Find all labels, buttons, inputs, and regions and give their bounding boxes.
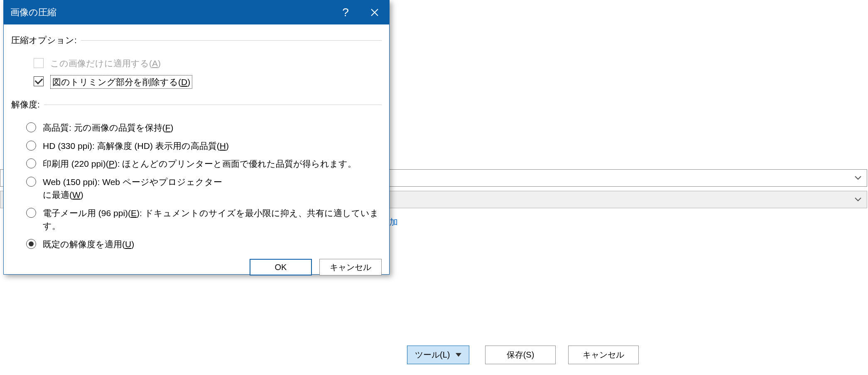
radio-icon bbox=[26, 177, 36, 187]
cancel-button[interactable]: キャンセル bbox=[319, 259, 382, 275]
group-resolution-label: 解像度: bbox=[11, 99, 40, 110]
checkbox-icon bbox=[34, 76, 44, 86]
bg-cancel-button[interactable]: キャンセル bbox=[568, 346, 639, 364]
radio-email-96[interactable]: 電子メール用 (96 ppi)(E): ドキュメントのサイズを最小限に抑え、共有… bbox=[11, 204, 382, 235]
radio-icon bbox=[26, 158, 36, 168]
radio-use-default[interactable]: 既定の解像度を適用(U) bbox=[11, 235, 382, 253]
radio-print-220[interactable]: 印刷用 (220 ppi)(P): ほとんどのプリンターと画面で優れた品質が得ら… bbox=[11, 155, 382, 173]
radio-label: Web (150 ppi): Web ページやプロジェクターに最適(W) bbox=[43, 175, 227, 202]
checkbox-label: 図のトリミング部分を削除する(D) bbox=[50, 75, 192, 89]
radio-label: HD (330 ppi): 高解像度 (HD) 表示用の高品質(H) bbox=[43, 139, 229, 153]
tools-dropdown-button[interactable]: ツール(L) bbox=[407, 346, 469, 364]
radio-icon bbox=[26, 122, 36, 132]
save-button[interactable]: 保存(S) bbox=[485, 346, 556, 364]
triangle-down-icon bbox=[456, 353, 461, 357]
close-button[interactable] bbox=[360, 0, 389, 24]
chevron-down-icon bbox=[854, 197, 862, 202]
radio-label: 高品質: 元の画像の品質を保持(F) bbox=[43, 121, 174, 134]
radio-web-150[interactable]: Web (150 ppi): Web ページやプロジェクターに最適(W) bbox=[11, 173, 227, 204]
radio-label: 既定の解像度を適用(U) bbox=[43, 238, 134, 251]
checkbox-delete-cropped[interactable]: 図のトリミング部分を削除する(D) bbox=[11, 73, 382, 92]
radio-icon bbox=[26, 208, 36, 218]
ok-button[interactable]: OK bbox=[250, 259, 312, 275]
radio-icon bbox=[26, 239, 36, 249]
tools-label: ツール(L) bbox=[415, 349, 450, 360]
chevron-down-icon bbox=[854, 175, 862, 180]
radio-hd-330[interactable]: HD (330 ppi): 高解像度 (HD) 表示用の高品質(H) bbox=[11, 137, 382, 155]
checkbox-label: この画像だけに適用する(A) bbox=[50, 57, 161, 70]
dialog-titlebar: 画像の圧縮 ? bbox=[4, 0, 389, 24]
checkbox-apply-only-this: この画像だけに適用する(A) bbox=[11, 54, 382, 73]
group-compress-options: 圧縮オプション: bbox=[11, 34, 382, 46]
help-button[interactable]: ? bbox=[331, 0, 360, 24]
compress-pictures-dialog: 画像の圧縮 ? 圧縮オプション: この画像だけに適用する(A) 図のトリミング部… bbox=[3, 0, 390, 275]
radio-label: 印刷用 (220 ppi)(P): ほとんどのプリンターと画面で優れた品質が得ら… bbox=[43, 157, 356, 170]
group-compress-label: 圧縮オプション: bbox=[11, 34, 77, 46]
group-resolution: 解像度: bbox=[11, 99, 382, 110]
radio-label: 電子メール用 (96 ppi)(E): ドキュメントのサイズを最小限に抑え、共有… bbox=[43, 207, 382, 233]
radio-high-fidelity[interactable]: 高品質: 元の画像の品質を保持(F) bbox=[11, 119, 382, 137]
bg-add-link[interactable]: 加 bbox=[390, 217, 398, 228]
checkbox-icon bbox=[34, 58, 44, 68]
radio-icon bbox=[26, 141, 36, 151]
close-icon bbox=[370, 8, 379, 17]
dialog-title: 画像の圧縮 bbox=[10, 6, 56, 19]
